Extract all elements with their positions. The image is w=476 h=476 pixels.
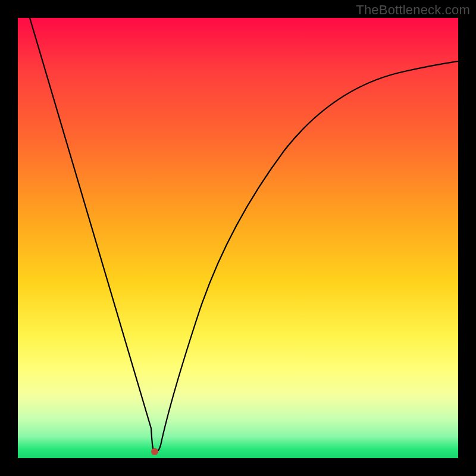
- watermark-text: TheBottleneck.com: [356, 2, 470, 18]
- touch-marker: [151, 448, 158, 455]
- bottleneck-curve: [30, 18, 458, 451]
- chart-frame: TheBottleneck.com: [0, 0, 476, 476]
- plot-area: [18, 18, 458, 458]
- curve-svg: [18, 18, 458, 458]
